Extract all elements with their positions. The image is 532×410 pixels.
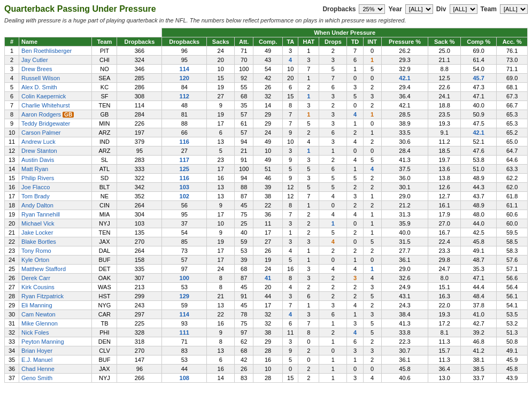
pressure-pct: 33.8	[381, 328, 428, 337]
team-select[interactable]: [ALL]	[500, 4, 528, 14]
team: ATL	[92, 165, 117, 174]
dropbacks: 324	[117, 56, 162, 65]
ta: 8	[283, 274, 298, 283]
drops: 6	[319, 83, 347, 92]
drops: 1	[319, 365, 347, 374]
acc-pct: 64.6	[497, 156, 528, 165]
div-select[interactable]: [ALL]	[450, 4, 477, 14]
td: 6	[347, 56, 363, 65]
team: BUF	[92, 355, 117, 365]
drops: 6	[319, 310, 347, 319]
sacks: 16	[207, 365, 235, 374]
comp-pct: 48.9	[460, 201, 497, 210]
comp-pct: 52.1	[460, 137, 497, 146]
comp: 49	[253, 137, 283, 146]
att: 21	[235, 146, 253, 156]
col-int: INT	[363, 37, 381, 47]
team: TEN	[92, 228, 117, 237]
comp: 29	[253, 119, 283, 128]
hat: 2	[298, 210, 319, 219]
pressure-pct: 31.3	[381, 210, 428, 219]
dropbacks: 284	[117, 110, 162, 119]
int: 1	[363, 192, 381, 201]
hat: 1	[298, 110, 319, 119]
int: 3	[363, 283, 381, 292]
row-num: 37	[5, 374, 19, 383]
att: 68	[235, 265, 253, 274]
comp-pct: 47.1	[460, 92, 497, 101]
comp: 19	[253, 256, 283, 265]
team: ARZ	[92, 128, 117, 137]
comp-pct: 48.9	[460, 174, 497, 183]
td: 4	[347, 265, 363, 274]
drops: 1	[319, 219, 347, 228]
comp-pct: 53.8	[460, 156, 497, 165]
ta: 6	[283, 319, 298, 328]
dropbacks2: 88	[162, 119, 207, 128]
pressure-pct: 41.3	[381, 156, 428, 165]
int: 3	[363, 92, 381, 101]
drops: 0	[319, 346, 347, 355]
pressure-pct: 36.1	[381, 355, 428, 365]
player-name: Andrew Luck	[19, 137, 92, 146]
dropbacks2: 56	[162, 201, 207, 210]
comp-pct: 40.0	[460, 101, 497, 110]
dropbacks2: 81	[162, 110, 207, 119]
acc-pct: 71.1	[497, 65, 528, 74]
team: NYJ	[92, 219, 117, 228]
col-td: TD	[347, 37, 363, 47]
team: TB	[92, 319, 117, 328]
sacks: 13	[207, 137, 235, 146]
sacks: 17	[207, 119, 235, 128]
int: 5	[363, 237, 381, 246]
comp: 26	[253, 246, 283, 256]
player-name: Teddy Bridgewater	[19, 119, 92, 128]
hat: 3	[298, 174, 319, 183]
player-name: Carson Palmer	[19, 128, 92, 137]
comp-pct: 42.7	[460, 319, 497, 328]
team: DAL	[92, 246, 117, 256]
sack-pct: 16.7	[428, 228, 461, 237]
sacks: 13	[207, 346, 235, 355]
sacks: 9	[207, 328, 235, 337]
int: 1	[363, 56, 381, 65]
dropbacks2: 66	[162, 128, 207, 137]
sacks: 9	[207, 228, 235, 237]
acc-pct: 76.1	[497, 47, 528, 56]
dropbacks-select[interactable]: 25%	[359, 4, 385, 14]
col-comp-pct: Comp %	[460, 37, 497, 47]
acc-pct: 53.5	[497, 310, 528, 319]
table-row: 19Ryan TannehillMIA304951775367244131.31…	[5, 210, 528, 219]
hat: 0	[298, 355, 319, 365]
year-select[interactable]: [ALL]	[405, 4, 433, 14]
comp-pct: 48.4	[460, 292, 497, 301]
dropbacks2: 53	[162, 355, 207, 365]
ta: 5	[283, 165, 298, 174]
acc-pct: 56.4	[497, 283, 528, 292]
sack-pct: 17.2	[428, 319, 461, 328]
acc-pct: 73.0	[497, 56, 528, 65]
comp: 10	[253, 365, 283, 374]
table-row: 25Matthew StaffordDET3359724682416344129…	[5, 265, 528, 274]
acc-pct: 43.9	[497, 374, 528, 383]
drops: 4	[319, 192, 347, 201]
int: 2	[363, 301, 381, 310]
dropbacks: 135	[117, 228, 162, 237]
hat: 8	[298, 328, 319, 337]
hat: 1	[298, 146, 319, 156]
dropbacks: 95	[117, 146, 162, 156]
drops: 2	[319, 246, 347, 256]
dropbacks2: 85	[162, 237, 207, 246]
table-row: 32Nick FolesPHI3281119973811824533.88.13…	[5, 328, 528, 337]
acc-pct: 45.9	[497, 355, 528, 365]
drops: 5	[319, 183, 347, 192]
row-num: 23	[5, 246, 19, 256]
int: 0	[363, 256, 381, 265]
comp-pct: 41.2	[460, 346, 497, 355]
table-row: 6Colin KaepernickSF30811227683215135336.…	[5, 92, 528, 101]
int: 2	[363, 337, 381, 346]
team: BLT	[92, 183, 117, 192]
comp-pct: 47.6	[460, 146, 497, 156]
table-row: 5Alex D. SmithKC286841955266263229.422.6…	[5, 83, 528, 92]
td: 4	[347, 301, 363, 310]
